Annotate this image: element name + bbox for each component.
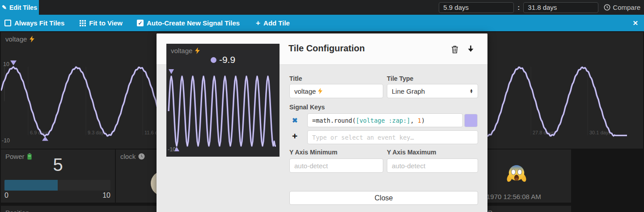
add-tile-button[interactable]: + Add Tile [256,19,290,28]
fit-to-view-label: Fit to View [89,19,123,27]
y-axis-min-input[interactable] [289,158,383,173]
power-bar-fill [4,180,58,191]
compare-button[interactable]: Compare [604,4,640,11]
series-dot-icon [211,57,216,63]
range-end-input[interactable] [523,2,598,13]
close-button[interactable]: Close [289,191,478,205]
plus-icon: + [256,19,260,28]
remove-signal-key-icon[interactable]: ✖ [292,116,298,125]
signal-keys-label: Signal Keys [289,104,325,111]
tile-title: P [488,209,492,212]
series-color-swatch[interactable] [464,114,478,127]
svg-text:-10: -10 [2,137,10,144]
y-axis-max-input[interactable] [387,158,478,173]
power-value: 5 [1,155,115,175]
always-fit-tiles-toggle[interactable]: Always Fit Tiles [4,19,64,27]
add-signal-key-icon[interactable]: + [292,131,297,141]
add-signal-key-input[interactable] [307,130,478,144]
scream-face-emoji [506,163,527,183]
modal-title: Tile Configuration [288,43,365,54]
title-input[interactable]: voltage [289,84,383,98]
power-bar-labels: 0 10 [4,191,110,200]
edit-tiles-tab[interactable]: ✎ Edit Tiles [0,0,39,15]
tile-title: Position [5,209,29,212]
range-separator: : [517,4,520,11]
clock-icon [604,4,610,11]
edit-tiles-label: Edit Tiles [9,4,37,11]
always-fit-tiles-label: Always Fit Tiles [14,19,64,27]
top-bar: ✎ Edit Tiles : Compare [0,0,644,15]
tile-configuration-modal: Tile Configuration -10 voltage -9.9 Titl… [157,33,487,212]
bar-min-label: 0 [4,191,8,200]
pencil-icon: ✎ [2,4,7,11]
range-start-input[interactable] [439,2,514,13]
add-tile-label: Add Tile [263,19,290,27]
y-axis-min-label: Y Axis Minimum [289,149,337,156]
grid-icon [80,20,86,26]
power-tile[interactable]: Power 5 0 10 [1,150,115,203]
checkbox-unchecked-icon[interactable] [4,20,11,26]
zap-icon [318,88,322,94]
latest-value: -9.9 [166,54,280,65]
auto-create-signal-tiles-toggle[interactable]: ✓ Auto-Create New Signal Tiles [137,19,240,27]
y-axis-max-label: Y Axis Maximum [387,149,436,156]
title-label: Title [289,75,302,82]
partial-tile[interactable]: P [483,206,571,212]
clock-emoji-icon [138,153,145,160]
trash-icon[interactable] [451,45,459,54]
tile-title: voltage [5,35,34,43]
tile-title: clock [120,153,145,160]
svg-text:10: 10 [3,61,9,67]
svg-text:-10: -10 [168,146,176,153]
tile-title: voltage [171,47,200,54]
fit-to-view-button[interactable]: Fit to View [80,19,123,27]
auto-create-label: Auto-Create New Signal Tiles [147,19,240,27]
zap-icon [30,36,34,42]
select-stepper-icon: ▲▼ [470,89,473,93]
svg-text:30.1 days: 30.1 days [589,130,611,135]
close-icon: ✕ [632,19,638,27]
zap-icon [195,47,200,54]
edit-toolbar: Always Fit Tiles Fit to View ✓ Auto-Crea… [0,15,644,31]
tile-type-select[interactable]: Line Graph ▲▼ [387,84,478,98]
close-edit-mode-button[interactable]: ✕ [632,15,638,31]
compare-label: Compare [613,4,640,11]
tile-preview: -10 voltage -9.9 [166,44,280,157]
checkbox-checked-icon[interactable]: ✓ [137,20,144,26]
tile-type-label: Tile Type [387,75,413,82]
download-arrow-icon[interactable] [467,45,475,53]
bar-max-label: 10 [102,191,110,200]
svg-text:27.8 days: 27.8 days [533,130,554,135]
power-bar-track [4,180,110,191]
signal-key-expression-input[interactable]: =math.round([voltage :zap:], 1) [307,113,463,127]
